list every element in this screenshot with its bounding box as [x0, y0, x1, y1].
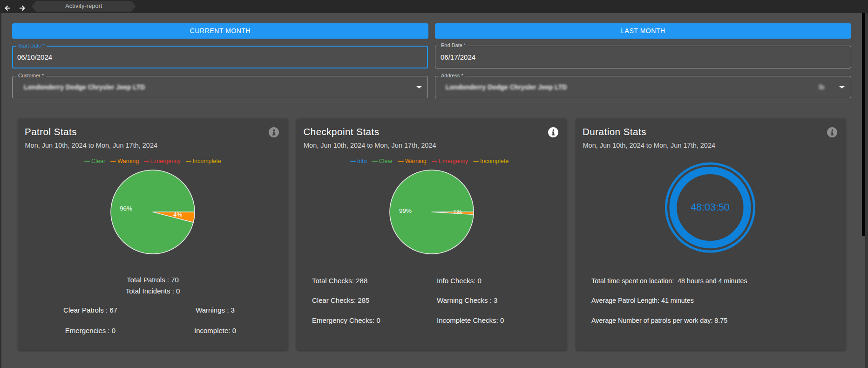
svg-text:48:03:50: 48:03:50 — [691, 202, 730, 213]
